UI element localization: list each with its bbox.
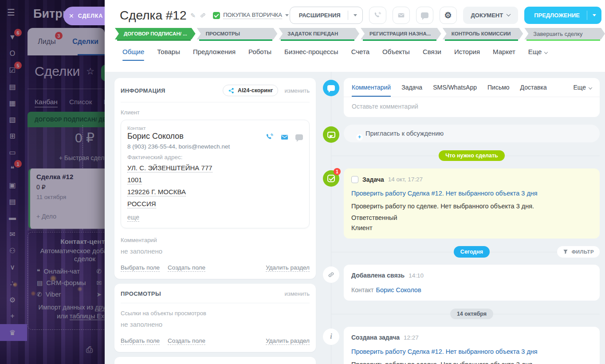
contact-chat-icon[interactable] [295, 134, 303, 140]
create-field-link[interactable]: Создать поле [168, 337, 205, 345]
gear-icon: ⚙ [444, 10, 452, 20]
filter-button[interactable]: ФИЛЬТР [557, 246, 600, 258]
task-title-link[interactable]: Проверить работу Сделка #12. Нет выбранн… [351, 348, 538, 356]
tab[interactable]: Объекты [382, 48, 410, 61]
chevron-down-icon [589, 86, 592, 89]
select-field-link[interactable]: Выбрать поле [121, 264, 160, 272]
pipeline-stage[interactable]: Завершить сделку [524, 28, 605, 41]
invite-button[interactable]: + Пригласить к обсуждению [344, 125, 600, 142]
chevron-down-icon [507, 12, 511, 16]
section-title: ПРОСМОТРЫ [121, 290, 161, 297]
funnel-name: ПОКУПКА ВТОРИЧКА [223, 12, 282, 19]
create-field-link[interactable]: Создать поле [168, 264, 205, 272]
composer-tab[interactable]: SMS/WhatsApp [433, 84, 477, 97]
edit-title-icon[interactable]: ✎ [190, 12, 196, 19]
tab[interactable]: Связи [423, 48, 441, 61]
offer-dropdown[interactable] [587, 7, 601, 24]
pipeline-stage[interactable]: ЗАДАТОК ПЕРЕДАН [279, 28, 359, 41]
tab[interactable]: Маркет [493, 48, 515, 61]
chevron-down-icon [544, 50, 548, 54]
contact-label: Контакт [351, 286, 373, 294]
today-pill[interactable]: Сегодня [454, 246, 490, 258]
tab[interactable]: Общие [122, 48, 144, 61]
select-field-link[interactable]: Выбрать поле [121, 337, 160, 345]
funnel-icon [563, 249, 568, 254]
stage-bar: ДОГОВОР ПОДПИСАН/ ... ПРОСМОТРЫ ЗАДАТОК … [115, 28, 605, 41]
tab[interactable]: Роботы [248, 48, 271, 61]
date-pill: 14 октября [450, 309, 493, 319]
avatar [582, 333, 592, 343]
entry-time: 14:10 [409, 272, 424, 279]
contact-name-link[interactable]: Борис Соколов [127, 132, 184, 141]
edit-section-link[interactable]: изменить [284, 87, 310, 94]
more-link[interactable]: еще [127, 214, 139, 222]
address-line[interactable]: 129226 Г. МОСКВА [127, 188, 186, 196]
address-line[interactable]: УЛ. С. ЭЙЗЕНШТЕЙНА 777 [127, 164, 212, 172]
tab[interactable]: Товары [157, 48, 180, 61]
entry-title: Создана задача [351, 334, 400, 341]
edit-section-link[interactable]: изменить [284, 290, 310, 297]
address-label: Фактический адрес: [127, 154, 303, 160]
task-entry: 1 Задача 14 окт, 17:27 Проверить работу … [344, 168, 600, 239]
composer-tab[interactable]: Комментарий [352, 84, 391, 97]
slider-title: СДЕЛКА [78, 13, 103, 19]
offer-button[interactable]: ПРЕДЛОЖЕНИЕ [524, 7, 601, 24]
delete-section-link[interactable]: Удалить раздел [266, 264, 310, 272]
email-button[interactable] [393, 7, 410, 24]
funnel-selector[interactable]: ПОКУПКА ВТОРИЧКА [213, 12, 289, 19]
ai-share-icon [228, 87, 235, 94]
delete-section-link[interactable]: Удалить раздел [266, 337, 310, 345]
address-line[interactable]: 1001 [127, 176, 142, 184]
ai-scoring-button[interactable]: AI24-скоринг [223, 85, 278, 96]
comment-input[interactable]: Оставьте комментарий [344, 97, 600, 117]
info-icon: i [323, 329, 339, 345]
deal-title: Сделка #12 [120, 8, 186, 23]
contact-type-label: Контакт [127, 125, 303, 131]
contact-link[interactable]: Борис Соколов [376, 286, 421, 294]
tab[interactable]: История [454, 48, 480, 61]
call-button[interactable] [369, 7, 386, 24]
field-value[interactable]: не заполнено [121, 321, 310, 328]
timeline-rail [331, 72, 331, 364]
extensions-dropdown[interactable] [348, 7, 362, 23]
copy-link-icon[interactable] [200, 12, 206, 19]
pipeline-stage[interactable]: ПРОСМОТРЫ [197, 28, 278, 41]
task-checkbox[interactable] [351, 176, 358, 183]
client-card[interactable]: Контакт Борис Соколов [121, 120, 310, 228]
contact-phone-email: 8 (903) 236-55-44, boris@newtech.net [127, 143, 303, 150]
comment-field-value[interactable]: не заполнено [121, 247, 310, 255]
contact-call-icon[interactable] [265, 133, 274, 141]
tab[interactable]: Еще [528, 48, 548, 61]
settings-button[interactable]: ⚙ [440, 7, 457, 24]
tab[interactable]: Предложения [193, 48, 236, 61]
task-title-link[interactable]: Проверить работу Сделка #12. Нет выбранн… [351, 189, 538, 198]
avatar [582, 174, 592, 184]
todo-separator: Что нужно сделать [344, 150, 600, 161]
comment-icon [323, 80, 339, 96]
pipeline-stage[interactable]: КОНТРОЛЬ КОМИССИИ [443, 28, 523, 41]
task-body: Проверить работу по сделке. Нет выбранно… [351, 202, 592, 211]
composer-tab[interactable]: Задача [401, 84, 422, 97]
overlay-dim[interactable] [0, 0, 105, 364]
fields-column: ИНФОРМАЦИЯ AI24-скоринг изменить Клиент … [114, 78, 316, 364]
created-task-entry: i Создана задача 12:27 Проверить работу … [344, 327, 600, 364]
chat-bubble-icon [421, 12, 428, 18]
composer-tab[interactable]: Еще [574, 84, 592, 97]
pipeline-stage[interactable]: РЕГИСТРАЦИЯ НАЗНА... [361, 28, 441, 41]
close-icon: ✕ [69, 12, 74, 20]
app: ☰ Битрикс24 ▼ 6 О ☑ 5 ▤ [0, 0, 605, 364]
pipeline-stage[interactable]: ДОГОВОР ПОДПИСАН/ ... [115, 28, 196, 41]
funnel-check-icon [213, 12, 220, 19]
contact-email-icon[interactable] [280, 133, 289, 141]
composer-tab[interactable]: Письмо [487, 84, 510, 97]
address-line[interactable]: РОССИЯ [127, 200, 156, 208]
document-button[interactable]: ДОКУМЕНТ [463, 7, 519, 24]
composer-tab[interactable]: Доставка [520, 84, 547, 97]
slider-close-chip[interactable]: ✕ СДЕЛКА [63, 7, 105, 25]
chat-button[interactable] [416, 7, 433, 24]
tab[interactable]: Счета [351, 48, 369, 61]
extensions-button[interactable]: РАСШИРЕНИЯ [290, 7, 363, 24]
tab[interactable]: Бизнес-процессы [284, 48, 338, 61]
client-label: Клиент [351, 224, 373, 231]
task-body: Проверить работу по сделке. Нет выбранно… [351, 360, 592, 364]
